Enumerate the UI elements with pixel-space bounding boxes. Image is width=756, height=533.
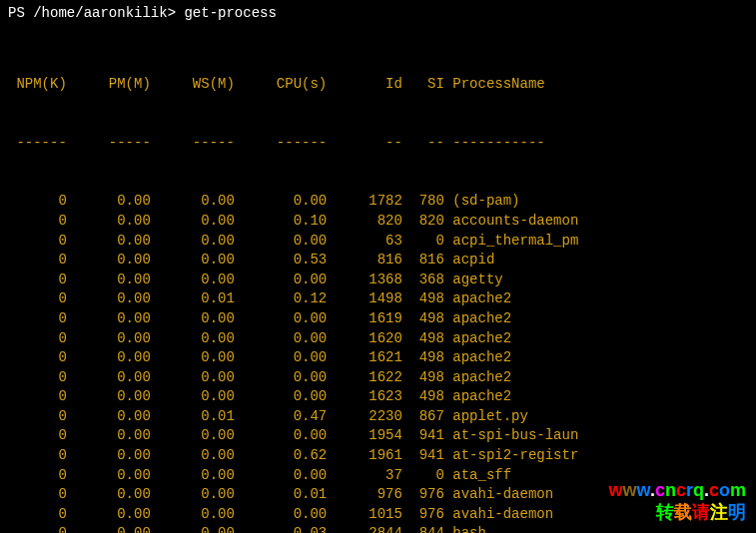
prompt-prefix: PS (8, 5, 33, 21)
table-row: 0 0.00 0.00 0.00 1619 498 apache2 (8, 309, 748, 329)
table-row: 0 0.00 0.00 0.00 1623 498 apache2 (8, 387, 748, 407)
table-row: 0 0.00 0.00 0.00 1621 498 apache2 (8, 348, 748, 368)
table-header: NPM(K) PM(M) WS(M) CPU(s) Id SI ProcessN… (8, 75, 748, 95)
table-row: 0 0.00 0.00 0.00 1368 368 agetty (8, 270, 748, 290)
table-row: 0 0.00 0.01 0.47 2230 867 applet.py (8, 407, 748, 427)
table-row: 0 0.00 0.00 0.00 1015 976 avahi-daemon (8, 505, 748, 525)
table-row: 0 0.00 0.00 0.00 63 0 acpi_thermal_pm (8, 232, 748, 252)
table-separator: ------ ----- ----- ------ -- -- --------… (8, 134, 748, 154)
table-row: 0 0.00 0.01 0.12 1498 498 apache2 (8, 289, 748, 309)
table-row: 0 0.00 0.00 0.00 1622 498 apache2 (8, 368, 748, 388)
process-table: NPM(K) PM(M) WS(M) CPU(s) Id SI ProcessN… (8, 36, 748, 533)
table-row: 0 0.00 0.00 0.00 1782 780 (sd-pam) (8, 192, 748, 212)
table-row: 0 0.00 0.00 0.03 2844 844 bash (8, 524, 748, 533)
prompt-path: /home/aaronkilik (33, 5, 167, 21)
table-row: 0 0.00 0.00 0.01 976 976 avahi-daemon (8, 485, 748, 505)
table-row: 0 0.00 0.00 0.53 816 816 acpid (8, 251, 748, 270)
prompt-command[interactable]: get-process (184, 5, 276, 21)
prompt-line: PS /home/aaronkilik> get-process (8, 4, 748, 24)
table-row: 0 0.00 0.00 0.62 1961 941 at-spi2-regist… (8, 446, 748, 466)
table-row: 0 0.00 0.00 0.10 820 820 accounts-daemon (8, 212, 748, 232)
prompt-gt: > (168, 5, 185, 21)
table-row: 0 0.00 0.00 0.00 1954 941 at-spi-bus-lau… (8, 426, 748, 446)
table-row: 0 0.00 0.00 0.00 37 0 ata_sff (8, 466, 748, 486)
table-row: 0 0.00 0.00 0.00 1620 498 apache2 (8, 329, 748, 349)
